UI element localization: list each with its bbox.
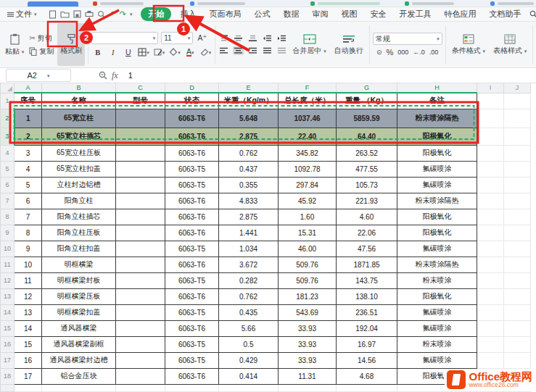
cell[interactable]: 4.68 [337,368,397,384]
cell[interactable]: 33.93 [279,352,337,368]
cell[interactable] [116,241,165,257]
cell[interactable]: 阳角立柱插芯 [42,209,116,225]
fx-icon[interactable]: fx [112,70,118,81]
empty-cell[interactable] [15,384,42,391]
print-preview-icon[interactable] [97,10,106,19]
cell[interactable]: 立柱封边铝槽 [42,177,116,193]
empty-cell[interactable] [504,241,531,257]
save-icon[interactable] [73,10,81,18]
empty-cell[interactable] [477,241,504,257]
cell[interactable]: 14.56 [337,352,397,368]
empty-cell[interactable] [477,109,504,128]
cell[interactable]: 0.437 [219,161,279,177]
justify-button[interactable] [262,46,273,55]
empty-cell[interactable] [116,384,165,391]
cell[interactable]: 粉末喷涂隔热 [397,109,477,128]
cell[interactable]: 4.60 [337,209,397,225]
column-header-E[interactable]: E [219,83,279,93]
cell[interactable]: 6063-T6 [165,368,219,384]
cell[interactable]: 阳角立柱 [42,193,116,209]
cell[interactable]: 297.84 [279,177,337,193]
row-header-14[interactable]: 14 [1,304,15,320]
empty-cell[interactable] [504,288,531,304]
cell[interactable]: 1037.46 [279,109,337,128]
cell[interactable]: 1.60 [279,209,337,225]
row-header-5[interactable]: 5 [1,161,15,177]
italic-button[interactable]: I [107,47,119,58]
tab-dev-tools[interactable]: 开发工具 [395,8,435,20]
increase-indent-button[interactable] [276,34,287,43]
empty-cell[interactable] [477,225,504,241]
column-header-H[interactable]: H [397,83,477,93]
column-header-F[interactable]: F [279,83,337,93]
cell[interactable]: 47.56 [337,241,397,257]
cell[interactable]: 氟碳喷涂 [397,177,477,193]
cell[interactable]: 64.40 [337,128,397,145]
empty-cell[interactable] [42,384,116,391]
cell[interactable]: 氟碳喷涂 [397,241,477,257]
column-header-I[interactable]: I [477,83,504,93]
cell[interactable]: 阳角立柱压板 [42,225,116,241]
column-header-C[interactable]: C [116,83,165,93]
empty-cell[interactable] [504,304,531,320]
cell[interactable]: 0.429 [219,352,279,368]
cell[interactable]: 22.40 [279,128,337,145]
copy-button[interactable]: 复制 [29,46,54,57]
cell[interactable]: 1871.85 [337,257,397,272]
empty-cell[interactable] [477,161,504,177]
cell[interactable] [116,193,165,209]
cell[interactable]: 通风器横梁副框 [42,336,116,352]
cell[interactable]: 0.762 [219,145,279,161]
cell[interactable]: 509.76 [279,272,337,288]
cell[interactable]: 氟碳喷涂 [397,352,477,368]
row-header-9[interactable]: 9 [1,225,15,241]
window-tab[interactable] [412,2,454,5]
empty-cell[interactable] [504,209,531,225]
cell[interactable]: 3 [15,145,42,161]
empty-cell[interactable] [504,109,531,128]
cell[interactable]: 65宽立柱 [42,109,116,128]
cell[interactable]: 22.06 [337,225,397,241]
tab-review[interactable]: 审阅 [308,8,332,20]
cell[interactable]: 氟碳喷涂 [397,304,477,320]
row-header-17[interactable]: 17 [1,352,15,368]
empty-cell[interactable] [504,177,531,193]
cell[interactable]: 明框横梁 [42,257,116,272]
tab-page-layout[interactable]: 页面布局 [205,8,245,20]
empty-cell[interactable] [477,177,504,193]
cell[interactable]: 6063-T5 [165,161,219,177]
cell[interactable] [116,304,165,320]
cell[interactable]: 6063-T6 [165,128,219,145]
table-header-cell[interactable]: 序号 [15,93,42,109]
cell[interactable]: 33.93 [279,336,337,352]
cell[interactable]: 509.76 [279,257,337,272]
cell[interactable] [116,177,165,193]
cell[interactable]: 6063-T5 [165,336,219,352]
table-header-cell[interactable]: 米重（Kg/m） [219,93,279,109]
cell[interactable]: 221.93 [337,193,397,209]
cell[interactable] [116,336,165,352]
cell[interactable] [116,145,165,161]
column-header-D[interactable]: D [165,83,219,93]
cell[interactable]: 1 [15,109,42,128]
table-header-cell[interactable]: 状态 [165,93,219,109]
cell[interactable] [116,288,165,304]
row-header-11[interactable]: 11 [1,257,15,272]
cell[interactable]: 1.441 [219,225,279,241]
cell[interactable]: 0.435 [219,304,279,320]
row-header-6[interactable]: 6 [1,177,15,193]
tab-security[interactable]: 安全 [366,8,390,20]
cell[interactable]: 阳极氧化 [397,128,477,145]
cell[interactable]: 6063-T6 [165,257,219,272]
distribute-button[interactable] [276,46,287,55]
conditional-format-button[interactable]: 条件格式 ▾ [449,23,488,66]
empty-cell[interactable] [504,225,531,241]
row-header-18[interactable]: 18 [1,368,15,384]
empty-cell[interactable] [504,257,531,272]
column-header-G[interactable]: G [337,83,397,93]
cell[interactable]: 1092.78 [279,161,337,177]
cell[interactable]: 粉末喷涂隔热 [397,193,477,209]
tab-formulas[interactable]: 公式 [250,8,274,20]
font-name-select[interactable]: ▾ [91,32,158,44]
row-header-8[interactable]: 8 [1,209,15,225]
